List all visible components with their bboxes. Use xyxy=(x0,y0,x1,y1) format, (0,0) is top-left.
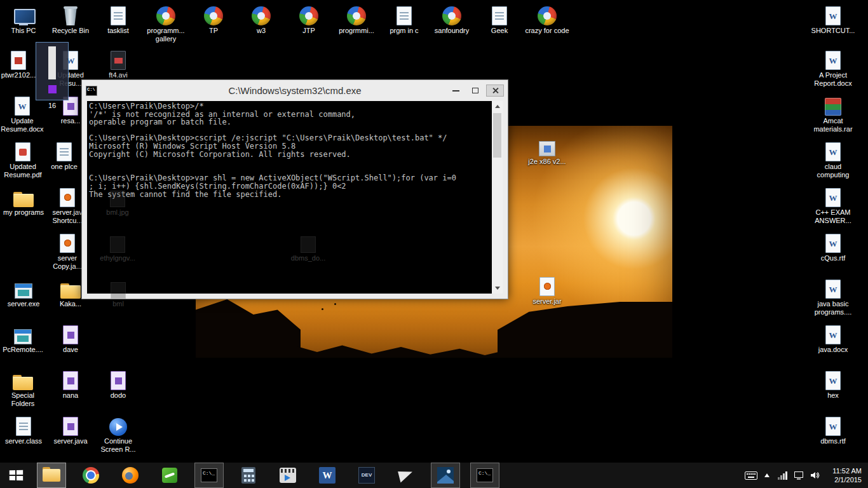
icon-label: sanfoundry xyxy=(430,27,474,35)
desktop-icon-server-java[interactable]: server.java xyxy=(48,414,93,445)
web-shortcut-icon xyxy=(538,6,557,25)
console-output[interactable]: C:\Users\Praik\Desktop>/* '/*' is not re… xyxy=(87,101,503,294)
red-document-icon xyxy=(11,51,26,70)
desktop-icon-shortcut[interactable]: SHORTCUT... xyxy=(811,4,855,35)
taskbar-cmd-2[interactable] xyxy=(470,463,499,488)
desktop-icon-cpp-exam-answer[interactable]: C++ EXAM ANSWER... xyxy=(811,186,855,225)
desktop-icon-a-project-report[interactable]: A Project Report.docx xyxy=(811,48,855,88)
file-explorer-icon xyxy=(43,469,60,482)
icon-label: hex xyxy=(811,391,855,400)
close-button[interactable] xyxy=(486,85,504,97)
calculator-icon xyxy=(241,467,255,484)
desktop-icon-server-jar[interactable]: server.jar xyxy=(525,274,569,306)
desktop-icon-cqus-rtf[interactable]: cQus.rtf xyxy=(811,231,855,262)
desktop-icon-dodo[interactable]: dodo xyxy=(96,369,140,400)
slider-icon xyxy=(36,42,69,100)
desktop-icon-jtp[interactable]: JTP xyxy=(287,4,331,35)
purple-file-icon xyxy=(63,371,78,390)
desktop-icon-tp[interactable]: TP xyxy=(191,4,236,35)
taskbar-cmd[interactable] xyxy=(194,463,224,488)
word-document-icon xyxy=(825,234,841,253)
icon-label: dave xyxy=(48,346,93,354)
desktop-icon-my-programs[interactable]: my programs xyxy=(1,186,46,217)
chrome-icon xyxy=(83,467,99,484)
taskbar-chrome[interactable] xyxy=(76,463,105,488)
desktop-icon-java-basic-programs[interactable]: java basic programs.... xyxy=(811,277,855,316)
green-app-icon xyxy=(162,468,177,483)
taskbar-calculator[interactable] xyxy=(234,463,263,488)
scrollbar[interactable] xyxy=(492,101,503,294)
desktop-icon-amcat-materials[interactable]: Amcat materials.rar xyxy=(811,94,855,133)
dev-cpp-icon xyxy=(358,467,375,484)
scroll-up-arrow[interactable] xyxy=(492,101,503,112)
folder-icon xyxy=(13,375,33,390)
desktop-icon-one-plce[interactable]: one plce xyxy=(42,140,86,171)
icon-label: claud computing xyxy=(811,163,855,179)
taskbar-word[interactable] xyxy=(313,463,342,488)
icon-label: ft4.avi xyxy=(96,71,140,79)
desktop-icon-programm-gallery[interactable]: programm... gallery xyxy=(144,4,188,43)
cmd-icon xyxy=(201,468,217,482)
taskbar-mail[interactable] xyxy=(391,463,421,488)
desktop-icon-this-pc[interactable]: This PC xyxy=(1,4,46,35)
display-button[interactable] xyxy=(790,463,806,488)
icon-label: tasklist xyxy=(96,27,140,35)
cmd-titlebar[interactable]: C:\Windows\system32\cmd.exe xyxy=(82,80,508,101)
cliff-left-silhouette xyxy=(196,299,301,358)
ghost-file-icon xyxy=(111,282,126,299)
desktop-icon-java-docx[interactable]: java.docx xyxy=(811,323,855,354)
desktop-icon-tasklist[interactable]: tasklist xyxy=(96,4,140,35)
word-document-icon xyxy=(825,142,841,161)
icon-label: dbms_do... xyxy=(286,254,330,262)
desktop-icon-crazy-for-code[interactable]: crazy for code xyxy=(525,4,569,35)
desktop-icon-special-folders[interactable]: Special Folders xyxy=(1,369,45,408)
desktop-icon-w3[interactable]: w3 xyxy=(239,4,283,35)
word-icon xyxy=(319,467,336,484)
icon-label: Geek xyxy=(477,27,522,35)
desktop-icon-dbms-rtf[interactable]: dbms.rtf xyxy=(811,414,855,445)
taskbar-movie-maker[interactable] xyxy=(273,463,302,488)
desktop-icon-pcremote[interactable]: PcRemote.... xyxy=(1,323,45,354)
taskbar-file-explorer[interactable] xyxy=(37,463,66,488)
desktop-icon-server-class[interactable]: server.class xyxy=(1,414,46,445)
show-hidden-icons-button[interactable] xyxy=(759,463,775,488)
icon-label: This PC xyxy=(1,27,46,35)
desktop-icon-recycle-bin[interactable]: Recycle Bin xyxy=(48,4,93,35)
ghost-icon-bml: bml xyxy=(96,277,140,308)
start-button[interactable] xyxy=(0,463,32,488)
desktop-icon-server-exe[interactable]: server.exe xyxy=(1,277,46,308)
icon-label: java basic programs.... xyxy=(811,300,855,316)
scroll-thumb[interactable] xyxy=(493,113,501,158)
taskbar-green-app[interactable] xyxy=(155,463,184,488)
word-document-icon xyxy=(825,188,841,207)
minimize-button[interactable] xyxy=(447,85,465,97)
volume-button[interactable] xyxy=(806,463,822,488)
desktop-icon-claud-computing[interactable]: claud computing xyxy=(811,140,855,179)
rar-archive-icon xyxy=(825,98,841,116)
desktop-icon-j2e-x86[interactable]: j2e x86 v2... xyxy=(525,135,569,166)
network-button[interactable] xyxy=(775,463,790,488)
icon-label: java.docx xyxy=(811,346,855,354)
desktop-icon-continue-screen-r[interactable]: Continue Screen R... xyxy=(96,414,140,454)
icon-label: ethylgngv... xyxy=(95,254,140,262)
cmd-window[interactable]: C:\Windows\system32\cmd.exe C:\Users\Pra… xyxy=(81,79,508,299)
touch-keyboard-button[interactable] xyxy=(743,463,759,488)
taskbar-firefox[interactable] xyxy=(116,463,145,488)
document-icon xyxy=(492,6,507,25)
desktop-icon-sanfoundry[interactable]: sanfoundry xyxy=(430,4,474,35)
maximize-button[interactable] xyxy=(466,85,484,97)
scroll-down-arrow[interactable] xyxy=(492,283,503,294)
desktop-icon-nana[interactable]: nana xyxy=(48,369,93,400)
word-document-icon xyxy=(825,51,841,70)
desktop-icon-hex[interactable]: hex xyxy=(811,369,855,400)
desktop-icon-ft4-avi[interactable]: ft4.avi xyxy=(96,48,140,79)
selected-desktop-icon-16[interactable]: 16 xyxy=(30,42,74,110)
desktop-icon-dave[interactable]: dave xyxy=(48,323,93,354)
desktop-icon-updated-resume-pdf[interactable]: Updated Resume.pdf xyxy=(1,140,45,179)
taskbar-photos[interactable] xyxy=(431,463,460,488)
taskbar-dev-cpp[interactable] xyxy=(352,463,381,488)
desktop-icon-progrmmi[interactable]: progrmmi... xyxy=(334,4,379,35)
desktop-icon-geek[interactable]: Geek xyxy=(477,4,522,35)
taskbar-clock[interactable]: 11:52 AM 2/1/2015 xyxy=(826,466,868,484)
desktop-icon-prgm-in-c[interactable]: prgm in c xyxy=(382,4,426,35)
